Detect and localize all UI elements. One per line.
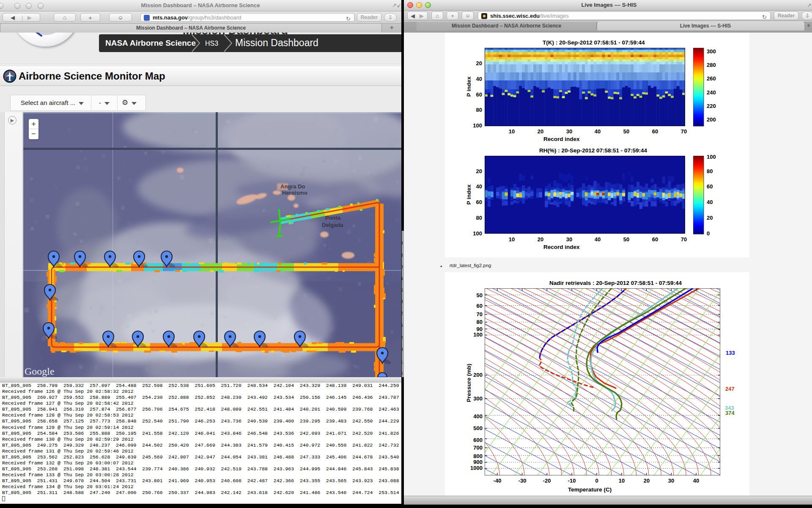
svg-text:Heroismo: Heroismo xyxy=(282,190,307,196)
svg-text:Google: Google xyxy=(25,366,55,377)
svg-text:Angra Do: Angra Do xyxy=(280,183,305,190)
svg-text:Ponta: Ponta xyxy=(325,215,341,221)
svg-text:Delgada: Delgada xyxy=(322,222,343,228)
